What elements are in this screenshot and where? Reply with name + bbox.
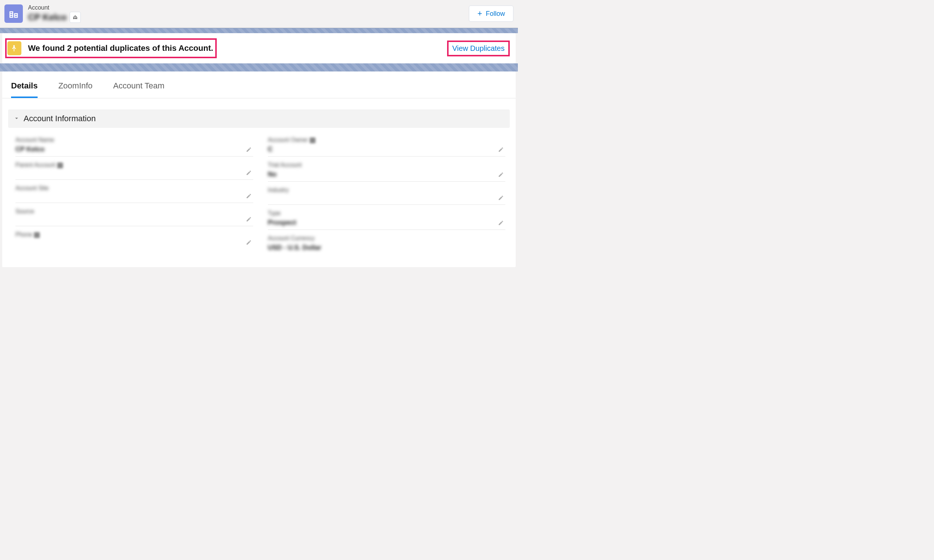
fields-col-right: Account Owner C Trial Account No Industr… xyxy=(268,137,506,260)
field-trial-account: Trial Account No xyxy=(268,162,506,182)
pencil-icon[interactable] xyxy=(498,220,504,226)
view-duplicates-link[interactable]: View Duplicates xyxy=(452,44,505,52)
object-type-label: Account xyxy=(28,5,81,11)
tab-details[interactable]: Details xyxy=(11,81,38,98)
tab-bar: Details ZoomInfo Account Team xyxy=(2,71,516,98)
tab-zoominfo[interactable]: ZoomInfo xyxy=(58,81,92,98)
field-label: Source xyxy=(15,208,34,215)
pencil-icon[interactable] xyxy=(246,240,252,245)
pencil-icon[interactable] xyxy=(246,193,252,199)
field-value: Prospect xyxy=(268,219,296,226)
chevron-down-icon xyxy=(13,115,20,123)
merge-icon xyxy=(8,41,22,55)
field-account-site: Account Site xyxy=(15,185,253,203)
field-label: Parent Account xyxy=(15,162,55,168)
fields-grid: Account Name CP Kelco Parent Account Acc… xyxy=(2,128,516,260)
pencil-icon[interactable] xyxy=(246,170,252,176)
object-name-row: CP Kelco xyxy=(28,12,81,23)
info-icon xyxy=(57,163,63,168)
field-label: Industry xyxy=(268,187,289,194)
pencil-icon[interactable] xyxy=(246,147,252,152)
field-source: Source xyxy=(15,208,253,226)
fields-col-left: Account Name CP Kelco Parent Account Acc… xyxy=(15,137,253,260)
field-value: No xyxy=(268,171,277,178)
field-label: Type xyxy=(268,210,281,217)
header-left: Account CP Kelco xyxy=(5,5,81,23)
field-label: Trial Account xyxy=(268,162,302,168)
field-value: CP Kelco xyxy=(15,146,45,153)
pencil-icon[interactable] xyxy=(498,172,504,178)
section-header-account-information[interactable]: Account Information xyxy=(8,109,510,128)
field-label: Phone xyxy=(15,231,32,238)
pencil-icon[interactable] xyxy=(246,216,252,222)
duplicate-banner-left: We found 2 potential duplicates of this … xyxy=(5,38,217,58)
pencil-icon[interactable] xyxy=(498,195,504,201)
duplicate-link-wrap: View Duplicates xyxy=(447,40,510,56)
plus-icon: + xyxy=(477,9,482,18)
object-name: CP Kelco xyxy=(28,12,67,23)
section-title: Account Information xyxy=(23,114,96,123)
field-label: Account Site xyxy=(15,185,49,192)
pencil-icon[interactable] xyxy=(498,147,504,152)
info-icon xyxy=(310,137,316,143)
object-meta: Account CP Kelco xyxy=(28,5,81,23)
field-type: Type Prospect xyxy=(268,210,506,230)
lock-icon xyxy=(34,232,40,238)
follow-button[interactable]: + Follow xyxy=(469,6,513,22)
tab-account-team[interactable]: Account Team xyxy=(113,81,164,98)
field-account-currency: Account Currency USD - U.S. Dollar xyxy=(268,235,506,255)
pattern-divider xyxy=(0,28,518,33)
field-value: USD - U.S. Dollar xyxy=(268,244,321,252)
follow-label: Follow xyxy=(486,10,505,18)
field-industry: Industry xyxy=(268,187,506,205)
field-label: Account Owner xyxy=(268,137,308,143)
hierarchy-button[interactable] xyxy=(70,12,81,23)
field-phone: Phone xyxy=(15,231,253,249)
main-card: Details ZoomInfo Account Team Account In… xyxy=(2,71,516,267)
page-header: Account CP Kelco + Follow xyxy=(0,0,518,28)
pattern-divider xyxy=(0,63,518,71)
field-account-name: Account Name CP Kelco xyxy=(15,137,253,157)
hierarchy-icon xyxy=(72,14,78,20)
field-value: C xyxy=(268,146,273,153)
field-parent-account: Parent Account xyxy=(15,162,253,180)
duplicate-message: We found 2 potential duplicates of this … xyxy=(28,43,213,53)
field-label: Account Name xyxy=(15,137,54,143)
account-object-icon xyxy=(5,5,23,23)
field-account-owner: Account Owner C xyxy=(268,137,506,157)
duplicate-banner: We found 2 potential duplicates of this … xyxy=(2,33,516,63)
field-label: Account Currency xyxy=(268,235,315,242)
